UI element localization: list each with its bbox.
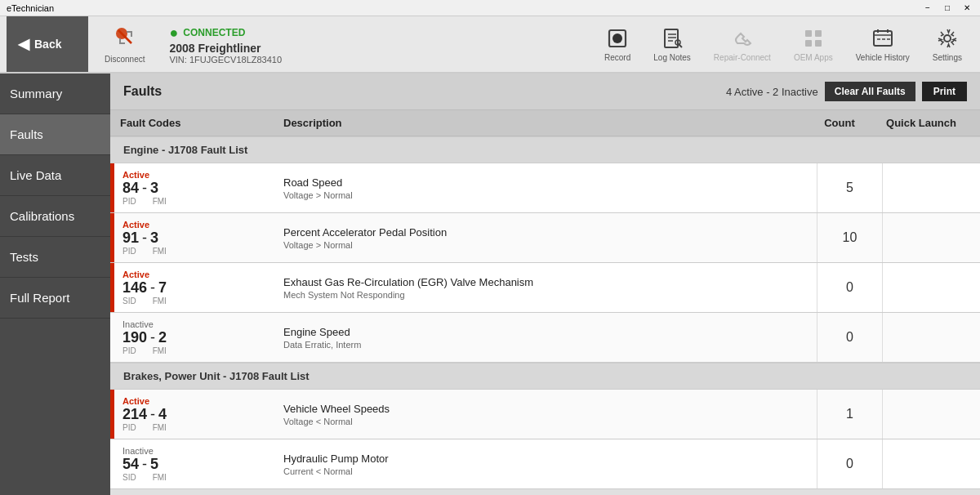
back-button[interactable]: ◀ Back	[7, 16, 88, 72]
print-button[interactable]: Print	[922, 82, 967, 101]
vehicle-name: 2008 Freightliner	[169, 42, 580, 55]
vehicle-history-label: Vehicle History	[856, 53, 910, 62]
fault-code-labels: PID FMI	[122, 197, 167, 206]
fault-desc-sub: Voltage > Normal	[283, 240, 807, 250]
fault-table: Fault Codes Description Count Quick Laun…	[110, 110, 980, 489]
table-row: Active 84 - 3 PID FMI Road Speed	[110, 163, 980, 213]
fault-code-val: 5	[150, 456, 158, 473]
fault-desc-cell: Vehicle Wheel Speeds Voltage < Normal	[274, 390, 817, 439]
fault-desc-main: Hydraulic Pump Motor	[283, 453, 807, 465]
fault-quick-launch[interactable]	[882, 263, 980, 312]
restore-button[interactable]: □	[941, 2, 954, 15]
fault-code-val: 7	[158, 279, 167, 297]
fault-code-cell: Active 91 - 3 PID FMI	[110, 213, 274, 262]
fault-status: Active	[122, 170, 167, 180]
fault-desc-sub: Mech System Not Responding	[283, 290, 807, 300]
col-description: Description	[283, 117, 807, 129]
col-quick-launch: Quick Launch	[872, 117, 970, 129]
repair-connect-icon	[731, 27, 754, 51]
toolbar-icons: Record Log Notes	[593, 24, 973, 65]
fault-separator: -	[150, 279, 155, 297]
back-arrow-icon: ◀	[18, 35, 29, 53]
svg-point-3	[612, 33, 622, 43]
sidebar-item-live-data[interactable]: Live Data	[0, 155, 110, 196]
fault-status: Active	[122, 220, 167, 230]
minimize-button[interactable]: −	[921, 2, 934, 15]
pid-label: PID	[122, 197, 136, 206]
fault-count: 1	[817, 390, 882, 439]
app-title: eTechnician	[7, 3, 921, 13]
fault-desc-cell: Engine Speed Data Erratic, Interm	[274, 313, 817, 362]
fault-separator: -	[142, 180, 147, 197]
repair-connect-button[interactable]: Repair-Connect	[702, 24, 782, 65]
sidebar-item-calibrations[interactable]: Calibrations	[0, 196, 110, 237]
toolbar: ◀ Back Disconnect ● CONNECTED 2008 Freig…	[0, 16, 980, 74]
log-notes-button[interactable]: Log Notes	[642, 24, 702, 65]
log-notes-icon	[661, 27, 684, 51]
titlebar: eTechnician − □ ✕	[0, 0, 980, 16]
svg-rect-14	[874, 31, 892, 46]
fault-code-cell: Inactive 190 - 2 PID FMI	[110, 313, 274, 362]
fault-desc-cell: Road Speed Voltage > Normal	[274, 163, 817, 212]
faults-title: Faults	[123, 84, 162, 99]
oem-apps-button[interactable]: OEM Apps	[782, 24, 844, 65]
oem-apps-label: OEM Apps	[794, 53, 833, 62]
fault-code-content: Inactive 54 - 5 SID FMI	[114, 439, 175, 488]
close-button[interactable]: ✕	[960, 2, 973, 15]
disconnect-button[interactable]: Disconnect	[88, 22, 156, 67]
vehicle-info: ● CONNECTED 2008 Freightliner VIN: 1FUJG…	[156, 25, 593, 65]
fault-quick-launch[interactable]	[882, 313, 980, 362]
fault-desc-sub: Data Erratic, Interm	[283, 340, 807, 350]
connection-indicator: ● CONNECTED	[169, 25, 580, 42]
fault-desc-sub: Voltage > Normal	[283, 190, 807, 200]
vehicle-history-button[interactable]: Vehicle History	[844, 24, 921, 65]
fault-quick-launch[interactable]	[882, 213, 980, 262]
fault-desc-main: Engine Speed	[283, 326, 807, 338]
clear-faults-button[interactable]: Clear All Faults	[825, 82, 915, 101]
fault-count: 0	[817, 313, 882, 362]
fault-status: Inactive	[122, 446, 167, 456]
fmi-label: FMI	[153, 297, 167, 305]
fault-code-content: Active 91 - 3 PID FMI	[114, 213, 175, 262]
fault-status: Inactive	[122, 319, 167, 329]
fault-table-header: Fault Codes Description Count Quick Laun…	[110, 110, 980, 136]
fault-quick-launch[interactable]	[882, 163, 980, 212]
fault-desc-sub: Current < Normal	[283, 466, 807, 476]
sidebar-item-full-report[interactable]: Full Report	[0, 278, 110, 319]
connection-dot-icon: ●	[169, 25, 178, 42]
sidebar-item-faults[interactable]: Faults	[0, 114, 110, 155]
fault-code-num: 214	[122, 406, 147, 423]
fault-quick-launch[interactable]	[882, 439, 980, 488]
fault-code-val: 3	[150, 180, 158, 197]
disconnect-label: Disconnect	[105, 55, 145, 64]
settings-label: Settings	[933, 53, 962, 62]
pid-label: PID	[122, 247, 136, 256]
fault-code-cell: Active 214 - 4 PID FMI	[110, 390, 274, 439]
fault-desc-cell: Percent Accelerator Pedal Position Volta…	[274, 213, 817, 262]
settings-button[interactable]: Settings	[921, 24, 973, 65]
fault-quick-launch[interactable]	[882, 390, 980, 439]
fault-group-engine: Engine - J1708 Fault List	[110, 136, 980, 163]
sidebar-item-tests[interactable]: Tests	[0, 237, 110, 278]
svg-point-21	[944, 35, 951, 42]
fmi-label: FMI	[153, 346, 167, 355]
fault-separator: -	[150, 329, 155, 346]
table-row: Inactive 190 - 2 PID FMI Engine Speed	[110, 313, 980, 363]
fault-code-labels: SID FMI	[122, 473, 167, 482]
fault-code-val: 3	[150, 230, 158, 247]
col-count: Count	[807, 117, 872, 129]
record-button[interactable]: Record	[593, 24, 642, 65]
faults-status-text: 4 Active - 2 Inactive	[726, 86, 818, 98]
fault-status: Active	[122, 396, 167, 406]
sidebar-item-summary[interactable]: Summary	[0, 74, 110, 114]
fault-desc-main: Road Speed	[283, 176, 807, 189]
fault-code-labels: SID FMI	[122, 297, 167, 305]
fault-desc-sub: Voltage < Normal	[283, 417, 807, 426]
fault-desc-main: Exhaust Gas Re-Circulation (EGR) Valve M…	[283, 276, 807, 288]
main-content: Faults 4 Active - 2 Inactive Clear All F…	[110, 74, 980, 495]
fault-code-num: 190	[122, 329, 147, 346]
app-body: Summary Faults Live Data Calibrations Te…	[0, 74, 980, 495]
svg-rect-13	[815, 40, 822, 47]
fault-code-labels: PID FMI	[122, 247, 167, 256]
table-row: Active 214 - 4 PID FMI Vehicle Wheel Sp	[110, 390, 980, 439]
